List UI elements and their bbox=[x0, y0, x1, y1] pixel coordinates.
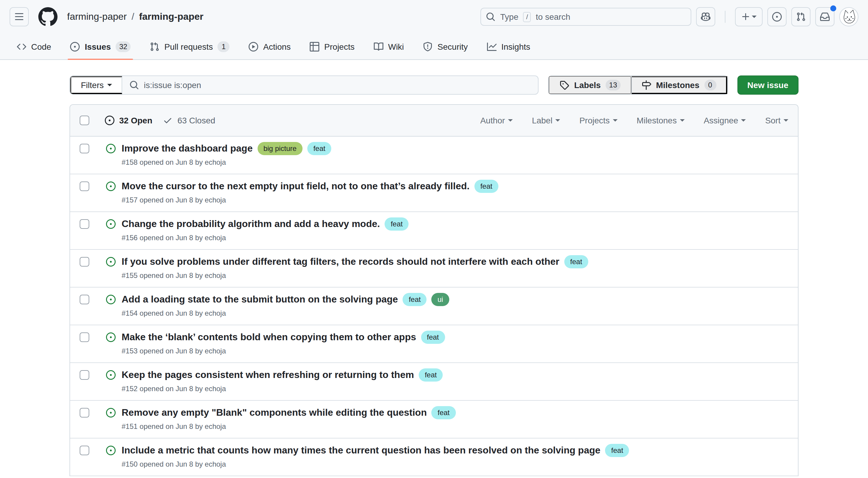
sort-dropdown[interactable]: Sort bbox=[765, 116, 788, 125]
issue-label-feat[interactable]: feat bbox=[432, 406, 456, 419]
assignee-filter-dropdown[interactable]: Assignee bbox=[704, 116, 746, 125]
your-pull-requests-button[interactable] bbox=[791, 7, 810, 26]
issue-checkbox[interactable] bbox=[80, 182, 89, 191]
issue-title[interactable]: Keep the pages consistent when refreshin… bbox=[122, 368, 414, 382]
tab-actions[interactable]: Actions bbox=[242, 34, 298, 59]
three-bars-icon bbox=[14, 12, 24, 22]
book-icon bbox=[374, 42, 383, 51]
projects-filter-dropdown[interactable]: Projects bbox=[579, 116, 617, 125]
slash-key-hint: / bbox=[523, 12, 531, 22]
tab-security[interactable]: Security bbox=[416, 34, 475, 59]
tab-label: Actions bbox=[263, 42, 291, 51]
issue-label-feat[interactable]: feat bbox=[307, 142, 331, 155]
issue-row: Remove any empty "Blank" components whil… bbox=[70, 401, 798, 439]
open-count-label: 32 Open bbox=[119, 116, 152, 125]
notifications-inbox-button[interactable] bbox=[815, 7, 834, 26]
issue-label-ui[interactable]: ui bbox=[432, 293, 449, 306]
filters-label: Filters bbox=[81, 80, 104, 90]
tab-code[interactable]: Code bbox=[9, 34, 58, 59]
issue-label-feat[interactable]: feat bbox=[419, 369, 443, 382]
issue-label-feat[interactable]: feat bbox=[564, 255, 588, 268]
issue-checkbox[interactable] bbox=[80, 257, 89, 266]
issue-label-feat[interactable]: feat bbox=[605, 444, 629, 457]
open-closed-toggle: 32 Open 63 Closed bbox=[105, 116, 215, 125]
issue-meta: #154 opened on Jun 8 by echoja bbox=[122, 308, 449, 319]
github-logo[interactable] bbox=[38, 7, 58, 26]
milestones-filter-dropdown[interactable]: Milestones bbox=[637, 116, 685, 125]
user-avatar[interactable] bbox=[839, 7, 859, 26]
breadcrumb: farming-paper / farming-paper bbox=[67, 11, 204, 22]
issue-row: Make the ‘blank’ contents bold when copy… bbox=[70, 325, 798, 363]
inbox-icon bbox=[820, 12, 830, 22]
search-icon bbox=[486, 12, 495, 22]
hamburger-menu-button[interactable] bbox=[9, 7, 29, 26]
milestones-button[interactable]: Milestones 0 bbox=[631, 76, 727, 94]
tag-icon bbox=[560, 80, 569, 90]
unread-notification-dot bbox=[830, 5, 836, 11]
issue-title[interactable]: Change the probability algorithm and add… bbox=[122, 217, 380, 231]
issue-title[interactable]: Remove any empty "Blank" components whil… bbox=[122, 406, 427, 420]
issue-row: Change the probability algorithm and add… bbox=[70, 212, 798, 250]
issue-title[interactable]: Add a loading state to the submit button… bbox=[122, 292, 398, 307]
labels-button[interactable]: Labels 13 bbox=[549, 76, 631, 94]
issue-checkbox[interactable] bbox=[80, 295, 89, 304]
chevron-down-icon bbox=[783, 119, 788, 122]
issues-list: 32 Open 63 Closed Author Label Projects … bbox=[69, 104, 799, 476]
header-divider bbox=[725, 11, 725, 23]
issue-row: Improve the dashboard page big picture f… bbox=[70, 136, 798, 174]
milestones-label: Milestones bbox=[656, 80, 700, 90]
create-new-button[interactable] bbox=[735, 7, 763, 26]
tab-projects[interactable]: Projects bbox=[303, 34, 362, 59]
labels-count-badge: 13 bbox=[606, 79, 621, 91]
issue-checkbox[interactable] bbox=[80, 446, 89, 455]
global-search[interactable]: Type / to search bbox=[480, 8, 691, 26]
issue-row: Include a metric that counts how many ti… bbox=[70, 439, 798, 476]
filters-dropdown-button[interactable]: Filters bbox=[70, 76, 122, 94]
issue-open-icon bbox=[106, 408, 116, 417]
label-filter-dropdown[interactable]: Label bbox=[532, 116, 560, 125]
issue-checkbox[interactable] bbox=[80, 370, 89, 380]
issue-label-feat[interactable]: feat bbox=[403, 293, 427, 306]
tab-label: Code bbox=[31, 42, 51, 51]
git-pull-request-icon bbox=[150, 42, 160, 51]
issue-title[interactable]: Move the cursor to the next empty input … bbox=[122, 179, 470, 193]
breadcrumb-owner[interactable]: farming-paper bbox=[67, 11, 127, 22]
tab-label: Insights bbox=[501, 42, 530, 51]
select-all-checkbox[interactable] bbox=[80, 116, 89, 125]
tab-insights[interactable]: Insights bbox=[480, 34, 538, 59]
tab-pull-requests[interactable]: Pull requests 1 bbox=[143, 34, 237, 59]
issue-title[interactable]: Include a metric that counts how many ti… bbox=[122, 443, 600, 458]
issue-checkbox[interactable] bbox=[80, 144, 89, 153]
app-header: farming-paper / farming-paper Type / to … bbox=[0, 0, 868, 34]
issue-checkbox[interactable] bbox=[80, 408, 89, 417]
issue-label-feat[interactable]: feat bbox=[421, 331, 445, 344]
issue-title[interactable]: Improve the dashboard page bbox=[122, 141, 252, 156]
issue-label-feat[interactable]: feat bbox=[384, 217, 408, 231]
closed-issues-filter[interactable]: 63 Closed bbox=[163, 116, 215, 125]
issue-label-feat[interactable]: feat bbox=[474, 180, 498, 193]
tab-label: Pull requests bbox=[164, 42, 213, 51]
issues-count-badge: 32 bbox=[116, 41, 131, 52]
issue-title[interactable]: If you solve problems under different ta… bbox=[122, 255, 559, 269]
issue-title[interactable]: Make the ‘blank’ contents bold when copy… bbox=[122, 330, 416, 344]
copilot-button[interactable] bbox=[696, 7, 715, 26]
your-issues-button[interactable] bbox=[767, 7, 786, 26]
issue-row: Keep the pages consistent when refreshin… bbox=[70, 363, 798, 401]
new-issue-button[interactable]: New issue bbox=[737, 75, 799, 95]
issue-meta: #153 opened on Jun 8 by echoja bbox=[122, 346, 445, 356]
issues-search-input[interactable] bbox=[144, 80, 531, 90]
issue-open-icon bbox=[106, 144, 116, 153]
breadcrumb-repo[interactable]: farming-paper bbox=[139, 11, 204, 22]
issue-checkbox[interactable] bbox=[80, 332, 89, 342]
table-icon bbox=[310, 42, 319, 51]
tab-issues[interactable]: Issues 32 bbox=[63, 34, 138, 59]
issue-checkbox[interactable] bbox=[80, 219, 89, 229]
chevron-down-icon bbox=[680, 119, 684, 122]
open-issues-filter[interactable]: 32 Open bbox=[105, 116, 152, 125]
chevron-down-icon bbox=[107, 84, 112, 86]
search-placeholder-suffix: to search bbox=[536, 12, 570, 22]
issue-label-big-picture[interactable]: big picture bbox=[257, 142, 303, 155]
chevron-down-icon bbox=[508, 119, 513, 122]
author-filter-dropdown[interactable]: Author bbox=[480, 116, 513, 125]
tab-wiki[interactable]: Wiki bbox=[367, 34, 411, 59]
